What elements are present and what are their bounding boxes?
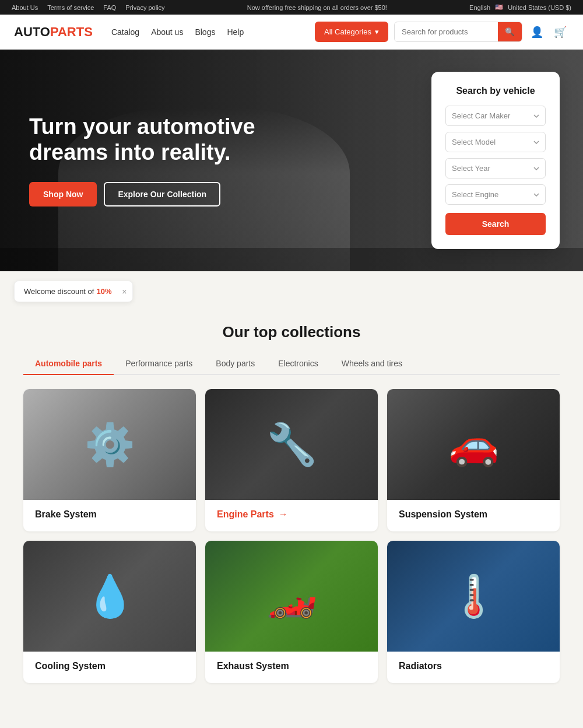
blogs-link[interactable]: Blogs [195,27,215,37]
cart-button[interactable]: 🛒 [552,23,569,41]
vehicle-search-button[interactable]: Search [445,213,546,235]
nav-right: All Categories ▾ 🔍 👤 🛒 [315,22,569,42]
hero-section: Turn your automotive dreams into reality… [0,50,583,271]
collections-title: Our top collections [23,323,560,341]
radiator-body: Radiators [387,652,560,683]
nav-links: Catalog About us Blogs Help [111,27,244,37]
brake-system-image [23,389,196,500]
discount-text: Welcome discount of [24,287,94,296]
region-selector[interactable]: United States (USD $) [508,4,571,11]
top-bar-right: English 🇺🇸 United States (USD $) [469,4,571,11]
top-bar: About Us Terms of service FAQ Privacy po… [0,0,583,15]
terms-link[interactable]: Terms of service [47,4,94,11]
faq-link[interactable]: FAQ [103,4,116,11]
product-card-brake[interactable]: Brake System [23,389,196,531]
car-maker-select[interactable]: Select Car Maker [445,106,546,126]
language-selector[interactable]: English [469,4,490,11]
radiator-image [387,541,560,652]
account-button[interactable]: 👤 [528,23,546,41]
search-bar: 🔍 [394,22,522,42]
flag-icon: 🇺🇸 [495,4,503,11]
privacy-link[interactable]: Privacy policy [125,4,164,11]
all-categories-button[interactable]: All Categories ▾ [315,22,388,42]
tab-automobile-parts[interactable]: Automobile parts [23,353,114,375]
help-link[interactable]: Help [227,27,244,37]
discount-close-button[interactable]: × [122,287,127,296]
logo[interactable]: AUTOPARTS [14,24,93,40]
vehicle-search-heading: Search by vehicle [445,86,546,96]
arrow-right-icon: → [279,509,288,520]
collections-tabs: Automobile parts Performance parts Body … [23,353,560,375]
engine-parts-title: Engine Parts → [217,509,366,520]
catalog-link[interactable]: Catalog [111,27,139,37]
top-bar-links: About Us Terms of service FAQ Privacy po… [12,4,165,11]
suspension-image [387,389,560,500]
discount-bar: Welcome discount of 10% × [0,271,583,312]
collections-section: Our top collections Automobile parts Per… [0,312,583,706]
search-input[interactable] [395,23,498,41]
discount-percent: 10% [96,287,111,296]
product-card-radiators[interactable]: Radiators [387,541,560,683]
suspension-title: Suspension System [399,509,548,520]
promo-message: Now offering free shipping on all orders… [247,4,387,11]
cooling-body: Cooling System [23,652,196,683]
model-select[interactable]: Select Model [445,132,546,152]
exhaust-body: Exhaust System [205,652,378,683]
shop-now-button[interactable]: Shop Now [29,182,97,206]
radiator-title: Radiators [399,661,548,671]
cart-icon: 🛒 [554,26,567,38]
product-card-suspension[interactable]: Suspension System [387,389,560,531]
engine-parts-body: Engine Parts → [205,500,378,531]
product-card-exhaust[interactable]: Exhaust System [205,541,378,683]
exhaust-title: Exhaust System [217,661,366,671]
tab-wheels-tires[interactable]: Wheels and tires [330,353,414,375]
all-categories-label: All Categories [324,27,371,36]
vehicle-search-card: Search by vehicle Select Car Maker Selec… [431,72,560,249]
cooling-image [23,541,196,652]
about-link[interactable]: About us [151,27,183,37]
logo-parts: PARTS [50,24,93,40]
engine-parts-image [205,389,378,500]
search-button[interactable]: 🔍 [498,22,522,41]
main-nav: AUTOPARTS Catalog About us Blogs Help Al… [0,15,583,50]
cooling-title: Cooling System [35,661,184,671]
brake-system-body: Brake System [23,500,196,531]
year-select[interactable]: Select Year [445,158,546,178]
tab-performance-parts[interactable]: Performance parts [114,353,204,375]
tab-body-parts[interactable]: Body parts [204,353,266,375]
search-icon: 🔍 [505,27,515,36]
product-card-cooling[interactable]: Cooling System [23,541,196,683]
user-icon: 👤 [531,26,543,38]
suspension-body: Suspension System [387,500,560,531]
exhaust-image [205,541,378,652]
about-us-link[interactable]: About Us [12,4,38,11]
logo-auto: AUTO [14,24,50,40]
hero-title: Turn your automotive dreams into reality… [29,114,274,165]
brake-system-title: Brake System [35,509,184,520]
tab-electronics[interactable]: Electronics [266,353,329,375]
product-card-engine[interactable]: Engine Parts → [205,389,378,531]
explore-collection-button[interactable]: Explore Our Collection [104,182,220,206]
engine-select[interactable]: Select Engine [445,184,546,205]
product-grid: Brake System Engine Parts → Suspension S… [23,389,560,683]
chevron-down-icon: ▾ [375,27,379,36]
welcome-discount-toast: Welcome discount of 10% × [14,281,133,302]
